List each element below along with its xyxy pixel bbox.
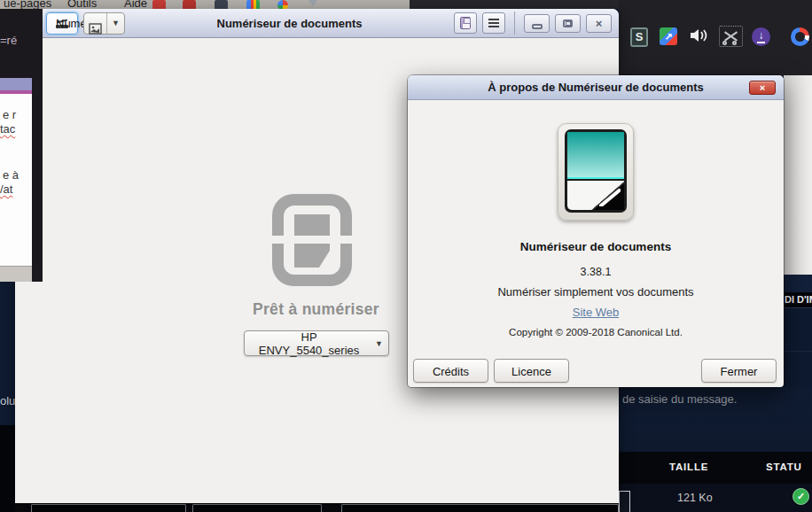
mail-attachment-panel: de saisie du message. TAILLE STATU 121 K… <box>619 387 812 512</box>
top-dark-strip <box>410 0 619 9</box>
app-icon-scanner <box>565 129 627 213</box>
floppy-icon <box>460 17 471 29</box>
titlebar-separator <box>514 12 515 35</box>
scan-button[interactable]: Numériser <box>46 12 78 35</box>
background-window-edge <box>784 75 812 275</box>
window-title: Numériseur de documents <box>130 17 449 30</box>
icon-band <box>272 236 352 244</box>
maximize-icon <box>563 19 573 27</box>
menu-item-tools[interactable]: Outils <box>67 0 97 9</box>
background-field-3[interactable] <box>341 504 619 512</box>
scanner-headerbar: Numériser ▼ Numériseur de documents <box>15 9 619 38</box>
text-fragment-misspelled: /at <box>0 182 12 196</box>
row-separator <box>784 351 812 352</box>
background-mail-window: olus <box>0 282 15 512</box>
scissors-handle <box>722 41 727 45</box>
text-fragment: e r <box>3 108 16 121</box>
extension-icon-5[interactable] <box>277 0 288 9</box>
dialog-body: Numériseur de documents 3.38.1 Numériser… <box>408 100 784 387</box>
extension-icon-2[interactable] <box>183 0 196 9</box>
extension-icon-4[interactable] <box>246 0 260 9</box>
attachment-table-header: TAILLE STATU <box>619 452 812 484</box>
download-arrow-icon[interactable] <box>308 0 317 9</box>
menu-item-bookmarks[interactable]: ue-pages <box>4 0 51 9</box>
close-button[interactable]: × <box>586 14 612 33</box>
background-field-1[interactable] <box>31 504 186 512</box>
website-link[interactable]: Site Web <box>408 306 784 319</box>
app-icon-glass <box>567 132 624 179</box>
app-description: Numériser simplement vos documents <box>408 285 784 299</box>
minimize-icon <box>532 24 543 29</box>
app-name: Numériseur de documents <box>408 240 784 253</box>
text-fragment: e à <box>3 168 19 182</box>
column-header-size[interactable]: TAILLE <box>669 462 708 472</box>
status-check-icon: ✓ <box>792 488 809 505</box>
hamburger-icon <box>488 22 499 24</box>
dialog-titlebar: À propos de Numériseur de documents × <box>408 75 784 100</box>
extension-icon-3[interactable] <box>215 0 228 9</box>
menu-button[interactable] <box>482 12 505 34</box>
download-tray-icon[interactable]: ↓ <box>752 27 770 46</box>
maximize-button[interactable] <box>555 14 581 33</box>
mail-list-rows <box>784 307 812 387</box>
screenshot-share-icon[interactable]: ↗ <box>660 27 677 45</box>
mail-column-header[interactable]: DI D'IM <box>784 292 812 307</box>
minimize-button[interactable] <box>524 14 550 33</box>
volume-icon[interactable] <box>690 27 709 44</box>
dialog-title: À propos de Numériseur de documents <box>408 75 784 100</box>
mail-list-strip <box>784 275 812 292</box>
sync-tray-icon[interactable] <box>791 27 809 46</box>
extension-icon-1[interactable] <box>152 0 166 9</box>
menu-item-help[interactable]: Aide <box>124 0 147 9</box>
copyright-text: Copyright © 2009-2018 Canonical Ltd. <box>408 327 784 337</box>
scissors-screenshot-icon[interactable] <box>719 26 743 47</box>
background-field-2[interactable] <box>192 504 322 512</box>
scan-type-button[interactable]: ▼ <box>83 12 125 35</box>
chevron-down-icon[interactable]: ▼ <box>107 19 124 27</box>
system-tray: S ↗ ↓ <box>619 0 812 75</box>
device-selector[interactable]: HP ENVY_5540_series ▼ <box>244 330 389 356</box>
column-header-fragment: DI D'IM <box>785 294 812 305</box>
background-field-strip <box>15 503 619 512</box>
device-name: HP ENVY_5540_series <box>250 330 368 357</box>
desktop: ue-pages Outils Aide S ↗ ↓ <box>0 0 812 512</box>
app-icon-fold-line <box>599 189 621 206</box>
save-button[interactable] <box>454 12 477 34</box>
text-fragment: =ré <box>0 34 17 47</box>
app-version: 3.38.1 <box>408 266 784 278</box>
dialog-close-button[interactable]: × <box>749 81 776 95</box>
attachment-thumbnail <box>619 491 630 512</box>
message-hint-text: de saisie du message. <box>622 392 737 406</box>
license-button[interactable]: Licence <box>494 359 569 383</box>
scissors-handle <box>732 41 737 45</box>
document-placeholder-icon <box>272 194 352 286</box>
column-header-status[interactable]: STATU <box>766 462 802 472</box>
background-compose-window: =ré e r tac e à /at <box>0 9 43 282</box>
selected-tab-strip <box>0 78 32 90</box>
attachment-row[interactable]: 121 Ko ✓ <box>619 484 812 512</box>
compose-toolbar-strip <box>0 266 32 282</box>
compose-text-area[interactable]: e r tac e à /at <box>0 94 32 266</box>
credits-button[interactable]: Crédits <box>413 359 488 383</box>
tray-s-icon[interactable]: S <box>630 27 648 47</box>
browser-menubar: ue-pages Outils Aide <box>0 0 410 9</box>
attachment-size: 121 Ko <box>677 492 713 504</box>
dark-panel <box>0 425 15 512</box>
close-dialog-button[interactable]: Fermer <box>701 359 777 383</box>
about-dialog: À propos de Numériseur de documents × Nu… <box>408 75 784 387</box>
app-icon <box>558 123 634 221</box>
close-icon: × <box>596 18 603 29</box>
chevron-down-icon: ▼ <box>375 339 383 348</box>
text-fragment: olus <box>0 394 15 407</box>
text-fragment-misspelled: tac <box>0 122 15 136</box>
